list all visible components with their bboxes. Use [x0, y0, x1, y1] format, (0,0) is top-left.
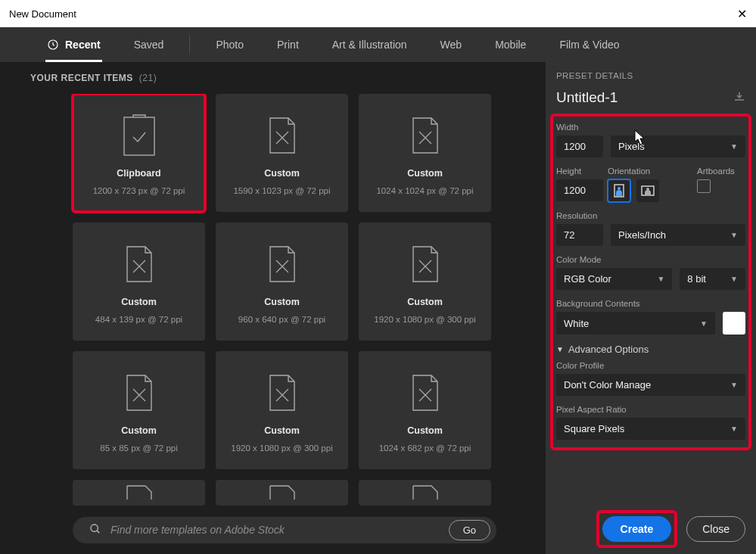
category-tabs: Recent Saved Photo Print Art & Illustrat… — [0, 27, 756, 62]
preset-custom[interactable] — [216, 480, 348, 506]
tab-film[interactable]: Film & Video — [543, 27, 636, 62]
resolution-label: Resolution — [556, 211, 745, 220]
close-button[interactable]: Close — [686, 516, 745, 542]
card-title: Custom — [407, 168, 443, 179]
tab-divider — [189, 35, 190, 54]
colormode-label: Color Mode — [556, 255, 745, 264]
pixel-aspect-ratio-select[interactable]: Square Pixels ▼ — [556, 418, 745, 440]
preset-custom[interactable]: Custom 1024 x 1024 px @ 72 ppi — [359, 94, 491, 212]
card-title: Custom — [407, 297, 443, 307]
card-sub: 85 x 85 px @ 72 ppi — [100, 444, 177, 453]
preset-details-panel: PRESET DETAILS Untitled-1 Width 1200 Pix… — [546, 62, 756, 554]
section-title: YOUR RECENT ITEMS (21) — [30, 73, 527, 83]
page-fold-icon — [410, 239, 440, 289]
preset-name[interactable]: Untitled-1 — [556, 89, 618, 106]
artboards-checkbox[interactable] — [697, 179, 711, 193]
page-fold-icon — [410, 110, 440, 160]
page-fold-icon — [410, 484, 440, 500]
chevron-down-icon: ▼ — [730, 142, 738, 151]
page-fold-icon — [267, 110, 297, 160]
card-sub: 484 x 139 px @ 72 ppi — [95, 315, 182, 324]
preset-grid: Clipboard 1200 x 723 px @ 72 ppi Custom … — [30, 94, 527, 508]
tab-photo[interactable]: Photo — [199, 27, 260, 62]
tab-mobile[interactable]: Mobile — [478, 27, 543, 62]
par-label: Pixel Aspect Ratio — [556, 405, 745, 414]
card-title: Custom — [264, 297, 300, 307]
search-icon — [89, 523, 101, 537]
page-fold-icon — [267, 368, 297, 418]
color-profile-select[interactable]: Don't Color Manage ▼ — [556, 374, 745, 396]
window-close-icon[interactable]: ✕ — [737, 7, 747, 21]
preset-custom[interactable] — [73, 480, 205, 506]
titlebar: New Document ✕ — [0, 0, 756, 27]
card-title: Custom — [264, 425, 300, 436]
preset-clipboard[interactable]: Clipboard 1200 x 723 px @ 72 ppi — [73, 94, 205, 212]
width-input[interactable]: 1200 — [556, 135, 603, 157]
card-sub: 1024 x 682 px @ 72 ppi — [379, 444, 471, 453]
card-title: Custom — [121, 425, 157, 436]
create-highlight: Create — [599, 513, 675, 545]
chevron-down-icon: ▼ — [556, 345, 564, 353]
resolution-input[interactable]: 72 — [556, 224, 603, 246]
tab-art[interactable]: Art & Illustration — [316, 27, 424, 62]
preset-fields-highlight: Width 1200 Pixels ▼ Height 1200 Orientat… — [553, 117, 748, 447]
chevron-down-icon: ▼ — [730, 231, 738, 239]
window-title: New Document — [9, 8, 76, 20]
chevron-down-icon: ▼ — [700, 319, 708, 328]
orientation-landscape[interactable] — [636, 179, 659, 202]
orientation-portrait[interactable] — [608, 179, 630, 202]
adobe-stock-search: Find more templates on Adobe Stock Go — [73, 517, 496, 543]
preset-custom[interactable]: Custom 484 x 139 px @ 72 ppi — [73, 223, 205, 341]
new-document-window: New Document ✕ Recent Saved Photo Print … — [0, 0, 756, 554]
bg-label: Background Contents — [556, 299, 745, 308]
page-fold-icon — [124, 484, 154, 500]
search-placeholder[interactable]: Find more templates on Adobe Stock — [110, 524, 440, 536]
bitdepth-select[interactable]: 8 bit ▼ — [680, 268, 745, 290]
preset-custom[interactable] — [359, 480, 491, 506]
preset-custom[interactable]: Custom 1024 x 682 px @ 72 ppi — [359, 351, 491, 469]
tab-recent[interactable]: Recent — [30, 27, 117, 62]
recent-items-panel: YOUR RECENT ITEMS (21) Clipboard 1200 x … — [0, 62, 546, 554]
tab-saved[interactable]: Saved — [117, 27, 181, 62]
tab-print[interactable]: Print — [260, 27, 316, 62]
height-input[interactable]: 1200 — [556, 179, 603, 201]
bg-swatch[interactable] — [723, 312, 745, 335]
artboards-label: Artboards — [697, 167, 745, 176]
preset-custom[interactable]: Custom 1920 x 1080 px @ 300 ppi — [359, 223, 491, 341]
page-fold-icon — [124, 368, 154, 418]
preset-custom[interactable]: Custom 1920 x 1080 px @ 300 ppi — [216, 351, 348, 469]
footer: Create Close — [556, 500, 745, 545]
preset-custom[interactable]: Custom 960 x 640 px @ 72 ppi — [216, 223, 348, 341]
chevron-down-icon: ▼ — [730, 275, 738, 283]
svg-point-4 — [618, 187, 621, 190]
page-fold-icon — [267, 484, 297, 500]
go-button[interactable]: Go — [449, 520, 490, 540]
card-title: Custom — [264, 168, 300, 179]
tab-web[interactable]: Web — [424, 27, 479, 62]
svg-rect-1 — [124, 117, 154, 155]
svg-point-2 — [91, 524, 98, 531]
card-sub: 1024 x 1024 px @ 72 ppi — [376, 186, 473, 195]
card-title: Custom — [121, 297, 157, 307]
orientation-label: Orientation — [608, 167, 692, 176]
colormode-select[interactable]: RGB Color ▼ — [556, 268, 672, 290]
preset-custom[interactable]: Custom 85 x 85 px @ 72 ppi — [73, 351, 205, 469]
card-sub: 1920 x 1080 px @ 300 ppi — [374, 315, 475, 324]
download-icon[interactable] — [733, 92, 745, 104]
preset-custom[interactable]: Custom 1590 x 1023 px @ 72 ppi — [216, 94, 348, 212]
clipboard-icon — [123, 110, 156, 160]
page-fold-icon — [124, 239, 154, 289]
resolution-unit-select[interactable]: Pixels/Inch ▼ — [611, 224, 745, 246]
advanced-options-toggle[interactable]: ▼ Advanced Options — [556, 344, 745, 355]
bg-select[interactable]: White ▼ — [556, 312, 715, 335]
card-sub: 1590 x 1023 px @ 72 ppi — [233, 186, 330, 195]
clock-icon — [47, 39, 59, 51]
card-title: Clipboard — [117, 168, 160, 179]
width-unit-select[interactable]: Pixels ▼ — [611, 135, 745, 157]
width-label: Width — [556, 123, 745, 132]
height-label: Height — [556, 167, 603, 176]
page-fold-icon — [267, 239, 297, 289]
create-button[interactable]: Create — [602, 516, 672, 542]
chevron-down-icon: ▼ — [657, 275, 664, 283]
card-sub: 1200 x 723 px @ 72 ppi — [93, 186, 185, 195]
